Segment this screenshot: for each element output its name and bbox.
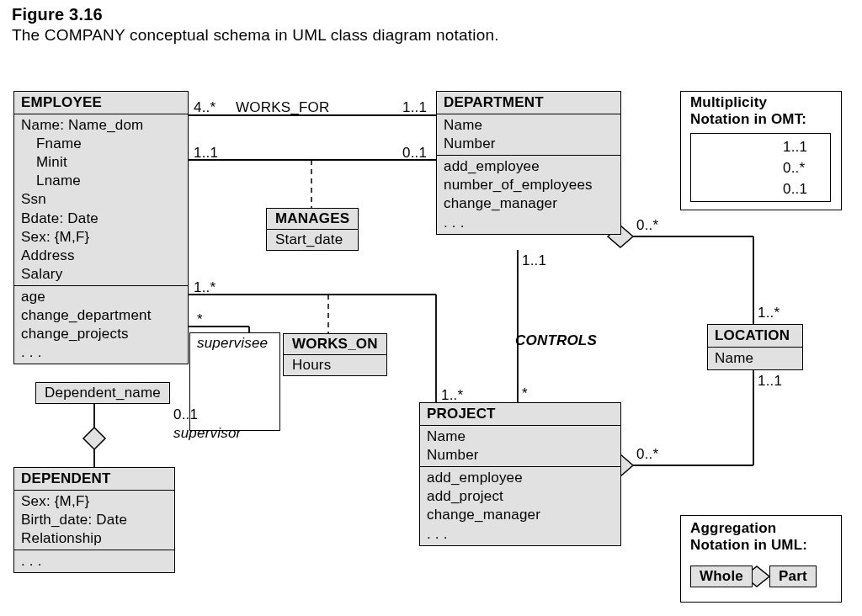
mult-dept-manages: 0..1 [402, 145, 427, 162]
role-supervisor: supervisor [173, 425, 241, 442]
mult-project-workson: 1..* [441, 387, 463, 404]
qualifier-dependent-name: Dependent_name [35, 382, 170, 404]
agg-part: Part [769, 566, 817, 587]
mult-dept-loc: 0..* [636, 217, 658, 234]
employee-operations: age change_department change_projects . … [14, 286, 188, 364]
class-location: LOCATION Name [707, 324, 803, 370]
mult-supervisee: * [197, 311, 203, 328]
omt-l3: 0..1 [783, 181, 807, 198]
omt-legend-inner [690, 133, 831, 202]
label-works-for: WORKS_FOR [236, 99, 329, 116]
class-project: PROJECT Name Number add_employee add_pro… [419, 402, 621, 546]
agg-title1: Aggregation [690, 520, 776, 537]
mult-loc-proj: 1..1 [758, 373, 782, 390]
figure-title: Figure 3.16 The COMPANY conceptual schem… [12, 5, 499, 45]
figure-number: Figure 3.16 [12, 5, 499, 24]
mult-dept-worksfor: 1..1 [402, 99, 427, 116]
class-dependent: DEPENDENT Sex: {M,F} Birth_date: Date Re… [13, 467, 175, 573]
employee-title: EMPLOYEE [14, 92, 188, 114]
mult-employee-manages: 1..1 [194, 145, 218, 162]
assoc-class-works-on: WORKS_ON Hours [283, 333, 387, 376]
mult-supervisor: 0..1 [173, 406, 198, 423]
omt-l1: 1..1 [783, 139, 807, 156]
svg-marker-18 [83, 427, 105, 449]
mult-project-controls: * [522, 385, 528, 402]
mult-proj-loc: 0..* [636, 446, 658, 463]
figure-caption: The COMPANY conceptual schema in UML cla… [12, 26, 499, 45]
employee-attributes: Name: Name_dom Fname Minit Lname Ssn Bda… [14, 114, 188, 286]
label-controls: CONTROLS [515, 332, 597, 349]
agg-whole: Whole [690, 566, 753, 587]
agg-title2: Notation in UML: [690, 537, 807, 554]
mult-dept-controls: 1..1 [522, 252, 546, 269]
class-department: DEPARTMENT Name Number add_employee numb… [436, 91, 621, 235]
role-supervisee: supervisee [197, 335, 268, 352]
mult-employee-worksfor: 4..* [194, 99, 216, 116]
mult-employee-workson: 1..* [194, 279, 216, 296]
omt-l2: 0..* [783, 160, 805, 177]
mult-loc-dept: 1..* [758, 305, 780, 321]
assoc-class-manages: MANAGES Start_date [266, 208, 359, 251]
class-employee: EMPLOYEE Name: Name_dom Fname Minit Lnam… [13, 91, 189, 364]
